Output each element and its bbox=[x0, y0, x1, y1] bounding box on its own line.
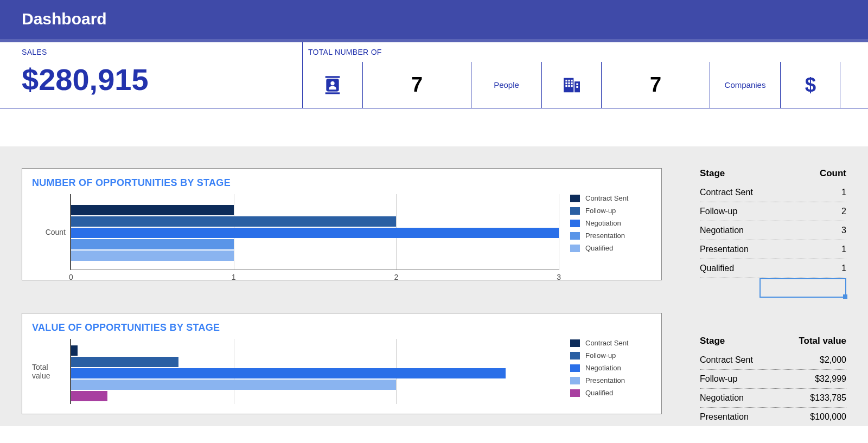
cell-stage: Presentation bbox=[700, 245, 749, 254]
dollar-icon-cell: $ bbox=[780, 62, 840, 108]
cell-stage: Negotiation bbox=[700, 226, 744, 235]
col-stage: Stage bbox=[700, 336, 725, 346]
bar-presentation bbox=[71, 239, 234, 249]
svg-rect-9 bbox=[571, 82, 572, 84]
chart2-title: VALUE OF OPPORTUNITIES BY STAGE bbox=[22, 313, 661, 339]
legend-label: Follow-up bbox=[585, 351, 616, 359]
legend-item: Follow-up bbox=[570, 207, 652, 215]
svg-point-3 bbox=[330, 81, 334, 85]
svg-rect-4 bbox=[565, 80, 567, 81]
svg-rect-7 bbox=[565, 82, 567, 84]
legend-item: Presentation bbox=[570, 232, 652, 240]
legend-label: Negotiation bbox=[585, 364, 621, 372]
summary-sales: SALES $280,915 bbox=[0, 42, 303, 108]
people-label: People bbox=[471, 62, 541, 108]
svg-rect-13 bbox=[576, 83, 578, 85]
chart2-plot bbox=[70, 339, 559, 404]
cell-value: $2,000 bbox=[820, 355, 846, 365]
chart1-tick-3: 3 bbox=[557, 273, 561, 281]
svg-rect-14 bbox=[576, 86, 578, 87]
legend-item: Qualified bbox=[570, 244, 652, 252]
chart1-legend: Contract Sent Follow-up Negotiation Pres… bbox=[559, 194, 652, 270]
table-header: Stage Total value bbox=[700, 336, 846, 351]
bar-follow-up bbox=[71, 357, 178, 367]
table-row[interactable]: Follow-up2 bbox=[700, 202, 846, 221]
table-row[interactable]: Contract Sent1 bbox=[700, 183, 846, 202]
table-row[interactable]: Negotiation$133,785 bbox=[700, 389, 846, 408]
chart2-legend: Contract Sent Follow-up Negotiation Pres… bbox=[559, 339, 652, 404]
cell-value: 1 bbox=[841, 245, 846, 254]
summary-totals: TOTAL NUMBER OF 7 People 7 Companies $ 8… bbox=[303, 42, 868, 108]
svg-text:$: $ bbox=[805, 74, 815, 96]
total-label: TOTAL NUMBER OF bbox=[308, 48, 868, 56]
svg-rect-10 bbox=[565, 85, 567, 87]
selection-handle[interactable] bbox=[843, 294, 847, 299]
sales-value: $280,915 bbox=[22, 62, 280, 97]
table-row[interactable]: Presentation1 bbox=[700, 240, 846, 259]
selected-cell[interactable] bbox=[760, 278, 846, 298]
page-title: Dashboard bbox=[22, 10, 846, 28]
bar-qualified bbox=[71, 251, 234, 261]
cell-value: 1 bbox=[841, 264, 846, 273]
app-header: Dashboard bbox=[0, 0, 868, 42]
cell-stage: Follow-up bbox=[700, 374, 737, 384]
summary-row: SALES $280,915 TOTAL NUMBER OF 7 People … bbox=[0, 42, 868, 108]
cell-stage: Negotiation bbox=[700, 393, 744, 403]
companies-count: 7 bbox=[601, 62, 710, 108]
svg-rect-8 bbox=[568, 82, 570, 84]
bar-presentation bbox=[71, 380, 396, 390]
cell-value: $133,785 bbox=[810, 393, 846, 403]
legend-item: Qualified bbox=[570, 389, 652, 397]
table-row[interactable]: Negotiation3 bbox=[700, 221, 846, 240]
chart1-tick-1: 1 bbox=[232, 273, 236, 281]
svg-rect-11 bbox=[568, 85, 570, 87]
legend-item: Negotiation bbox=[570, 364, 652, 372]
cell-value: 3 bbox=[841, 226, 846, 235]
chart1-title: NUMBER OF OPPORTUNITIES BY STAGE bbox=[22, 169, 661, 194]
cell-stage: Follow-up bbox=[700, 207, 737, 216]
cell-value: 1 bbox=[841, 188, 846, 197]
sales-label: SALES bbox=[22, 48, 280, 56]
legend-label: Qualified bbox=[585, 389, 613, 397]
legend-label: Follow-up bbox=[585, 207, 616, 215]
bar-follow-up bbox=[71, 216, 396, 227]
legend-label: Negotiation bbox=[585, 219, 621, 227]
cell-stage: Contract Sent bbox=[700, 355, 753, 365]
charts-area: NUMBER OF OPPORTUNITIES BY STAGE Count 0… bbox=[0, 146, 868, 426]
cell-stage: Qualified bbox=[700, 264, 734, 273]
chart1-plot: 0 1 2 3 bbox=[70, 194, 559, 270]
people-icon-cell bbox=[303, 62, 362, 108]
legend-item: Contract Sent bbox=[570, 194, 652, 202]
bar-negotiation bbox=[71, 228, 559, 238]
bar-negotiation bbox=[71, 368, 506, 378]
table-row[interactable]: Presentation$100,000 bbox=[700, 408, 846, 426]
company-icon bbox=[561, 74, 583, 96]
table-row[interactable]: Contract Sent$2,000 bbox=[700, 351, 846, 370]
cell-value: $100,000 bbox=[810, 412, 846, 422]
chart-value-by-stage: VALUE OF OPPORTUNITIES BY STAGE Total va… bbox=[22, 313, 662, 414]
legend-item: Negotiation bbox=[570, 219, 652, 227]
svg-rect-0 bbox=[326, 76, 340, 78]
cell-stage: Presentation bbox=[700, 412, 749, 422]
svg-rect-12 bbox=[571, 85, 572, 87]
col-total-value: Total value bbox=[799, 336, 846, 346]
people-count: 7 bbox=[362, 62, 471, 108]
svg-rect-6 bbox=[571, 80, 572, 81]
companies-label: Companies bbox=[710, 62, 780, 108]
table-row[interactable]: Follow-up$32,999 bbox=[700, 370, 846, 389]
legend-item: Contract Sent bbox=[570, 339, 652, 347]
bar-qualified bbox=[71, 391, 107, 401]
legend-label: Qualified bbox=[585, 244, 613, 252]
bar-contract-sent bbox=[71, 345, 78, 356]
col-count: Count bbox=[820, 168, 846, 179]
col-stage: Stage bbox=[700, 168, 725, 179]
legend-label: Contract Sent bbox=[585, 194, 629, 202]
legend-label: Presentation bbox=[585, 376, 625, 384]
company-icon-cell bbox=[541, 62, 601, 108]
chart1-ylabel: Count bbox=[32, 194, 70, 270]
svg-rect-5 bbox=[568, 80, 570, 81]
table-row[interactable]: Qualified1 bbox=[700, 259, 846, 278]
chart1-tick-0: 0 bbox=[69, 273, 73, 281]
chart1-tick-2: 2 bbox=[394, 273, 398, 281]
table-value-by-stage: Stage Total value Contract Sent$2,000 Fo… bbox=[700, 336, 846, 426]
